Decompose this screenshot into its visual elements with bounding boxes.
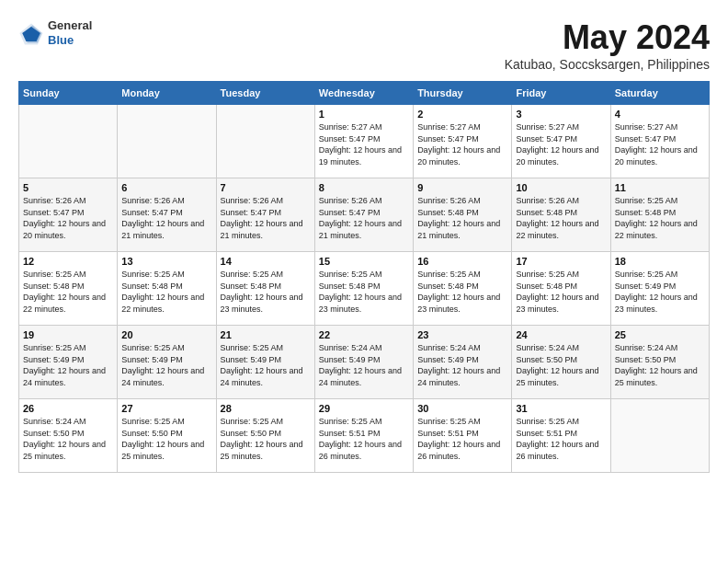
title-section: May 2024 Katubao, Soccsksargen, Philippi… <box>505 18 710 72</box>
table-row: 26Sunrise: 5:24 AM Sunset: 5:50 PM Dayli… <box>19 399 118 473</box>
table-row: 21Sunrise: 5:25 AM Sunset: 5:49 PM Dayli… <box>216 326 314 399</box>
day-number: 9 <box>417 182 507 193</box>
day-number: 1 <box>319 109 409 120</box>
day-info: Sunrise: 5:25 AM Sunset: 5:48 PM Dayligh… <box>121 269 211 315</box>
header-tuesday: Tuesday <box>216 82 314 105</box>
logo-blue: Blue <box>48 33 92 48</box>
table-row: 2Sunrise: 5:27 AM Sunset: 5:47 PM Daylig… <box>414 105 512 178</box>
table-row: 1Sunrise: 5:27 AM Sunset: 5:47 PM Daylig… <box>314 105 413 178</box>
day-number: 5 <box>23 182 113 193</box>
day-number: 7 <box>221 182 311 193</box>
day-info: Sunrise: 5:27 AM Sunset: 5:47 PM Dayligh… <box>615 121 705 167</box>
table-row: 9Sunrise: 5:26 AM Sunset: 5:48 PM Daylig… <box>414 178 512 252</box>
day-number: 2 <box>417 109 507 120</box>
table-row: 18Sunrise: 5:25 AM Sunset: 5:49 PM Dayli… <box>610 252 709 326</box>
day-number: 30 <box>417 403 507 414</box>
table-row: 28Sunrise: 5:25 AM Sunset: 5:50 PM Dayli… <box>216 399 314 473</box>
table-row: 6Sunrise: 5:26 AM Sunset: 5:47 PM Daylig… <box>118 178 216 252</box>
day-number: 15 <box>319 256 409 267</box>
day-info: Sunrise: 5:25 AM Sunset: 5:49 PM Dayligh… <box>615 269 705 315</box>
day-info: Sunrise: 5:25 AM Sunset: 5:49 PM Dayligh… <box>121 342 211 388</box>
day-number: 10 <box>516 182 606 193</box>
day-number: 17 <box>516 256 606 267</box>
table-row: 10Sunrise: 5:26 AM Sunset: 5:48 PM Dayli… <box>512 178 610 252</box>
day-number: 6 <box>121 182 211 193</box>
day-info: Sunrise: 5:25 AM Sunset: 5:50 PM Dayligh… <box>221 416 311 462</box>
table-row <box>118 105 216 178</box>
header-saturday: Saturday <box>610 82 709 105</box>
table-row: 30Sunrise: 5:25 AM Sunset: 5:51 PM Dayli… <box>414 399 512 473</box>
logo-text: General Blue <box>48 18 92 47</box>
day-number: 11 <box>615 182 705 193</box>
day-info: Sunrise: 5:25 AM Sunset: 5:48 PM Dayligh… <box>417 269 507 315</box>
calendar-subtitle: Katubao, Soccsksargen, Philippines <box>505 57 710 72</box>
day-number: 8 <box>319 182 409 193</box>
table-row <box>19 105 118 178</box>
table-row: 29Sunrise: 5:25 AM Sunset: 5:51 PM Dayli… <box>314 399 413 473</box>
day-number: 24 <box>516 329 606 340</box>
table-row: 3Sunrise: 5:27 AM Sunset: 5:47 PM Daylig… <box>512 105 610 178</box>
day-number: 29 <box>319 403 409 414</box>
day-info: Sunrise: 5:27 AM Sunset: 5:47 PM Dayligh… <box>516 121 606 167</box>
day-info: Sunrise: 5:25 AM Sunset: 5:49 PM Dayligh… <box>23 342 113 388</box>
table-row: 5Sunrise: 5:26 AM Sunset: 5:47 PM Daylig… <box>19 178 118 252</box>
calendar-week-row: 1Sunrise: 5:27 AM Sunset: 5:47 PM Daylig… <box>19 105 710 178</box>
table-row: 4Sunrise: 5:27 AM Sunset: 5:47 PM Daylig… <box>610 105 709 178</box>
day-number: 21 <box>221 329 311 340</box>
header-sunday: Sunday <box>19 82 118 105</box>
table-row: 7Sunrise: 5:26 AM Sunset: 5:47 PM Daylig… <box>216 178 314 252</box>
calendar-table: Sunday Monday Tuesday Wednesday Thursday… <box>18 81 710 473</box>
header-monday: Monday <box>118 82 216 105</box>
calendar-title: May 2024 <box>505 18 710 57</box>
day-number: 13 <box>121 256 211 267</box>
table-row: 13Sunrise: 5:25 AM Sunset: 5:48 PM Dayli… <box>118 252 216 326</box>
table-row: 31Sunrise: 5:25 AM Sunset: 5:51 PM Dayli… <box>512 399 610 473</box>
day-number: 19 <box>23 329 113 340</box>
table-row: 11Sunrise: 5:25 AM Sunset: 5:48 PM Dayli… <box>610 178 709 252</box>
table-row: 23Sunrise: 5:24 AM Sunset: 5:49 PM Dayli… <box>414 326 512 399</box>
day-number: 4 <box>615 109 705 120</box>
day-info: Sunrise: 5:26 AM Sunset: 5:47 PM Dayligh… <box>23 195 113 241</box>
day-info: Sunrise: 5:25 AM Sunset: 5:48 PM Dayligh… <box>319 269 409 315</box>
table-row: 20Sunrise: 5:25 AM Sunset: 5:49 PM Dayli… <box>118 326 216 399</box>
day-info: Sunrise: 5:25 AM Sunset: 5:48 PM Dayligh… <box>516 269 606 315</box>
day-info: Sunrise: 5:24 AM Sunset: 5:49 PM Dayligh… <box>417 342 507 388</box>
header-friday: Friday <box>512 82 610 105</box>
day-info: Sunrise: 5:24 AM Sunset: 5:49 PM Dayligh… <box>319 342 409 388</box>
table-row: 27Sunrise: 5:25 AM Sunset: 5:50 PM Dayli… <box>118 399 216 473</box>
day-info: Sunrise: 5:26 AM Sunset: 5:47 PM Dayligh… <box>319 195 409 241</box>
day-info: Sunrise: 5:25 AM Sunset: 5:51 PM Dayligh… <box>319 416 409 462</box>
day-info: Sunrise: 5:26 AM Sunset: 5:48 PM Dayligh… <box>417 195 507 241</box>
calendar-week-row: 12Sunrise: 5:25 AM Sunset: 5:48 PM Dayli… <box>19 252 710 326</box>
day-info: Sunrise: 5:25 AM Sunset: 5:49 PM Dayligh… <box>221 342 311 388</box>
calendar-header-row: Sunday Monday Tuesday Wednesday Thursday… <box>19 82 710 105</box>
day-number: 23 <box>417 329 507 340</box>
table-row: 14Sunrise: 5:25 AM Sunset: 5:48 PM Dayli… <box>216 252 314 326</box>
day-number: 25 <box>615 329 705 340</box>
day-number: 27 <box>121 403 211 414</box>
calendar-week-row: 5Sunrise: 5:26 AM Sunset: 5:47 PM Daylig… <box>19 178 710 252</box>
day-number: 20 <box>121 329 211 340</box>
table-row: 19Sunrise: 5:25 AM Sunset: 5:49 PM Dayli… <box>19 326 118 399</box>
day-info: Sunrise: 5:25 AM Sunset: 5:48 PM Dayligh… <box>23 269 113 315</box>
logo-general: General <box>48 18 92 33</box>
logo: General Blue <box>18 18 92 47</box>
day-number: 22 <box>319 329 409 340</box>
day-info: Sunrise: 5:25 AM Sunset: 5:50 PM Dayligh… <box>121 416 211 462</box>
day-number: 28 <box>221 403 311 414</box>
day-info: Sunrise: 5:27 AM Sunset: 5:47 PM Dayligh… <box>417 121 507 167</box>
day-number: 31 <box>516 403 606 414</box>
table-row: 12Sunrise: 5:25 AM Sunset: 5:48 PM Dayli… <box>19 252 118 326</box>
day-number: 16 <box>417 256 507 267</box>
day-info: Sunrise: 5:24 AM Sunset: 5:50 PM Dayligh… <box>23 416 113 462</box>
day-info: Sunrise: 5:26 AM Sunset: 5:47 PM Dayligh… <box>221 195 311 241</box>
day-info: Sunrise: 5:25 AM Sunset: 5:48 PM Dayligh… <box>615 195 705 241</box>
header-thursday: Thursday <box>414 82 512 105</box>
table-row: 22Sunrise: 5:24 AM Sunset: 5:49 PM Dayli… <box>314 326 413 399</box>
day-number: 18 <box>615 256 705 267</box>
calendar-week-row: 26Sunrise: 5:24 AM Sunset: 5:50 PM Dayli… <box>19 399 710 473</box>
table-row <box>216 105 314 178</box>
day-info: Sunrise: 5:25 AM Sunset: 5:51 PM Dayligh… <box>417 416 507 462</box>
day-number: 26 <box>23 403 113 414</box>
day-info: Sunrise: 5:26 AM Sunset: 5:48 PM Dayligh… <box>516 195 606 241</box>
